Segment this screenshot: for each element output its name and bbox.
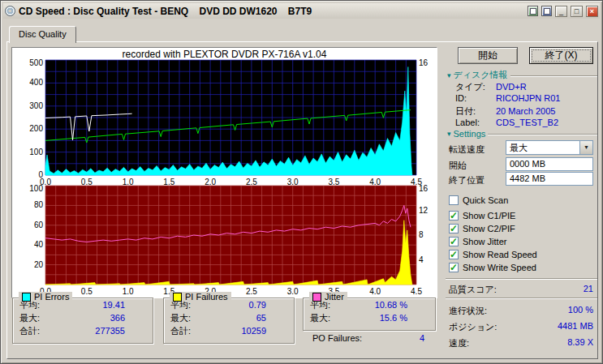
end-position-field[interactable]: 4482 MB [506,172,593,186]
window-title: CD Speed : Disc Quality Test - BENQ DVD … [19,6,524,17]
position-row: ポジション: 4481 MB [449,321,593,333]
stat-label: 最大: [19,311,40,324]
svg-text:60: 60 [34,221,44,229]
stat-value: 19.41 [102,298,125,311]
stat-value: 366 [110,311,125,324]
checkbox-box[interactable] [449,237,459,246]
svg-text:8: 8 [419,230,424,239]
checkbox-label: Show Write Speed [463,263,536,272]
position-label: ポジション: [449,321,497,333]
svg-text:4.5: 4.5 [411,287,422,296]
stat-label: 最大: [170,311,191,324]
stat-value: 10.68 % [375,298,407,311]
checkbox-box[interactable] [449,224,459,233]
svg-text:4.0: 4.0 [369,287,381,296]
speed-row: 速度: 8.39 X [449,337,593,349]
checkbox-show-jitter[interactable]: Show Jitter [449,237,506,246]
chart-panel: recorded with PLEXTOR DVDR PX-716A v1.04… [11,47,437,298]
progress-row: 進行状況: 100 % [449,305,593,317]
checkbox-show-c2-pif[interactable]: Show C2/PIF [449,224,515,233]
disc-date-row: 日付:20 March 2005 [455,105,597,118]
svg-text:16: 16 [419,184,429,193]
checkbox-label: Show C2/PIF [463,224,515,233]
svg-text:500: 500 [29,58,43,67]
checkbox-box[interactable] [449,250,459,259]
svg-text:80: 80 [34,200,44,209]
header-rule [488,134,597,135]
svg-text:16: 16 [419,58,429,67]
titlebar[interactable]: CD Speed : Disc Quality Test - BENQ DVD … [3,3,600,19]
settings-header: ▾ Settings [447,129,597,139]
speed-label: 速度: [449,337,469,349]
position-value: 4481 MB [558,321,593,333]
quality-score-value: 21 [584,284,593,296]
pi-failures-groupbox: PI Failures 平均:0.79 最大:65 合計:10259 [163,298,295,344]
svg-text:200: 200 [29,124,43,133]
svg-text:1.0: 1.0 [123,287,134,296]
tab-disc-quality[interactable]: Disc Quality [9,26,76,43]
checkbox-box[interactable] [449,211,459,221]
svg-text:4: 4 [419,255,424,264]
stat-value: 277355 [95,324,125,337]
stat-value: 10259 [241,324,266,337]
jitter-title: Jitter [325,292,344,302]
svg-text:300: 300 [29,101,43,110]
green-sheet-icon[interactable] [528,6,538,16]
checkbox-label: Quick Scan [463,195,508,205]
stat-value: 65 [256,311,266,324]
pi-failures-title: PI Failures [185,292,228,302]
quality-chart-bottom: 100806040201612840.00.51.01.52.02.53.03.… [13,184,437,298]
checkbox-label: Show C1/PIE [463,211,515,221]
disc-label-label: Label: [455,118,496,127]
disc-info-header-label: ディスク情報 [454,69,508,81]
progress-label: 進行状況: [449,305,487,317]
end-position-label: 終了位置 [449,174,485,186]
dropdown-arrow-icon[interactable]: ▼ [579,141,592,154]
disc-id-label: ID: [455,93,496,103]
svg-text:400: 400 [29,78,43,87]
quality-chart-top: 5004003002001000160.00.51.01.52.02.53.03… [13,58,437,188]
checkbox-label: Show Jitter [463,237,506,246]
maximize-button[interactable]: □ [571,6,583,17]
svg-text:0.5: 0.5 [81,287,93,296]
settings-header-label: Settings [454,129,486,139]
svg-text:40: 40 [34,240,44,249]
speed-combobox-value: 最大 [510,143,528,152]
checkbox-box[interactable] [449,263,459,272]
checkbox-quick-scan[interactable]: Quick Scan [449,195,508,205]
po-failures-value: 4 [420,333,424,343]
checkbox-box[interactable] [449,195,459,205]
disc-id-row: ID:RICOHJPN R01 [455,93,597,103]
disc-date-label: 日付: [455,105,496,118]
header-rule [510,75,597,77]
checkbox-label: Show Read Speed [463,250,537,259]
close-button[interactable]: × [586,6,598,17]
svg-text:100: 100 [29,148,43,156]
minimize-button[interactable]: _ [555,6,567,17]
speed-combobox[interactable]: 最大 ▼ [506,140,593,155]
separator [446,298,597,299]
pi-failures-legend: PI Failures [170,292,231,302]
checkbox-show-read-speed[interactable]: Show Read Speed [449,250,537,259]
blue-sheet-icon[interactable] [541,6,552,16]
disc-type-row: タイプ:DVD+R [455,81,597,93]
pi-errors-groupbox: PI Errors 平均:19.41 最大:366 合計:277355 [12,298,153,344]
disc-type-value: DVD+R [496,82,527,92]
speed-value: 8.39 X [567,337,593,349]
checkbox-show-write-speed[interactable]: Show Write Speed [449,263,536,272]
jitter-groupbox: Jitter 平均:10.68 % 最大:15.6 % [303,298,436,331]
svg-text:12: 12 [419,206,429,215]
start-position-field[interactable]: 0000 MB [506,157,593,171]
exit-button[interactable]: 終了(X) [529,47,593,64]
svg-text:2.5: 2.5 [246,287,257,296]
start-button[interactable]: 開始 [458,47,518,64]
disc-label-row: Label:CDS_TEST_B2 [455,118,597,127]
checkbox-show-c1-pie[interactable]: Show C1/PIE [449,211,515,221]
disc-type-label: タイプ: [455,81,496,93]
section-arrow-icon: ▾ [447,130,451,138]
quality-score-label: 品質スコア: [449,284,497,296]
pi-errors-legend: PI Errors [19,292,72,302]
pi-failures-swatch-icon [173,293,182,302]
disc-date-value: 20 March 2005 [496,106,555,116]
pi-errors-title: PI Errors [34,292,69,302]
